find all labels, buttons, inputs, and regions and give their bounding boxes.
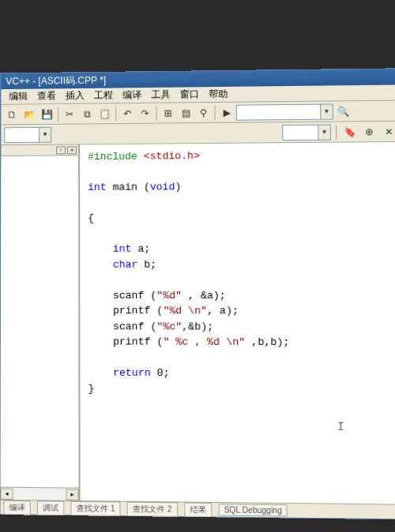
bookmark-clear-icon[interactable]: ✕: [381, 123, 395, 139]
bookmark-next-icon[interactable]: ⊕: [361, 124, 378, 140]
workspace-pane: ▫ × ◂ ▸: [1, 144, 81, 500]
separator: [115, 107, 116, 121]
scroll-left-icon[interactable]: ◂: [1, 488, 13, 499]
menu-build[interactable]: 编译: [118, 87, 146, 103]
menu-insert[interactable]: 插入: [61, 88, 89, 104]
code-return: return: [113, 367, 151, 379]
tab-find1[interactable]: 查找文件 1: [70, 500, 120, 515]
menu-tools[interactable]: 工具: [146, 87, 175, 103]
indent: [88, 320, 113, 332]
run-icon[interactable]: ▶: [218, 104, 234, 120]
code-var-a: a;: [131, 243, 150, 255]
ide-window: VC++ - [ASCII码.CPP *] 编辑 查看 插入 工程 编译 工具 …: [0, 68, 395, 519]
pane-hscroll[interactable]: ◂ ▸: [1, 487, 79, 500]
code-scanf2-pre: scanf (: [113, 320, 156, 332]
window-list-icon[interactable]: ▤: [178, 105, 194, 121]
indent: [88, 367, 114, 379]
pane-close-icon[interactable]: ×: [67, 146, 77, 154]
cut-icon[interactable]: ✂: [62, 106, 77, 122]
separator: [58, 107, 58, 121]
indent: [88, 305, 113, 317]
code-scanf1-post: , &a);: [182, 289, 226, 301]
members-combo[interactable]: ▼: [282, 124, 331, 140]
tab-results[interactable]: 结果: [184, 502, 212, 517]
menu-view[interactable]: 查看: [32, 88, 61, 104]
code-printf2-str: " %c , %d \n": [163, 336, 245, 348]
save-icon[interactable]: 💾: [39, 107, 55, 122]
menu-project[interactable]: 工程: [89, 87, 118, 103]
text-caret-icon: I: [337, 419, 338, 430]
window-title: VC++ - [ASCII码.CPP *]: [6, 75, 106, 87]
tab-build[interactable]: 编译: [4, 500, 31, 515]
code-editor[interactable]: #include <stdio.h> int main (void) { int…: [80, 142, 395, 504]
undo-icon[interactable]: ↶: [119, 106, 135, 122]
code-printf1-pre: printf (: [113, 305, 163, 317]
code-void: void: [150, 181, 175, 193]
toolbar-secondary: ▼ ▼ 🔖 ⊕ ✕: [1, 122, 395, 145]
workspace-icon[interactable]: ⊞: [160, 105, 176, 121]
scroll-track[interactable]: [13, 488, 66, 500]
code-printf1-post: , a);: [207, 305, 239, 317]
code-scanf1-pre: scanf (: [113, 289, 156, 301]
find-icon[interactable]: ⚲: [195, 105, 211, 121]
paste-icon[interactable]: 📋: [96, 106, 112, 122]
code-main: main (: [107, 181, 150, 193]
spacer: [55, 133, 279, 134]
code-include-hdr: <stdio.h>: [144, 150, 200, 163]
code-brace-close: }: [88, 382, 95, 394]
separator: [336, 125, 337, 139]
code-return-val: 0;: [151, 367, 170, 379]
pane-body[interactable]: [1, 155, 79, 487]
scope-combo[interactable]: ▼: [4, 126, 51, 142]
indent: [88, 258, 113, 270]
indent: [88, 335, 113, 347]
code-scanf1-str: "%d": [156, 289, 182, 301]
code-int: int: [88, 182, 107, 193]
scroll-right-icon[interactable]: ▸: [66, 489, 78, 500]
code-brace-open: {: [88, 212, 94, 224]
binoculars-icon[interactable]: 🔍: [335, 103, 352, 119]
chevron-down-icon[interactable]: ▼: [318, 125, 330, 139]
find-combo[interactable]: ▼: [236, 103, 333, 120]
code-printf2-post: ,b,b);: [245, 336, 289, 348]
indent: [88, 289, 113, 301]
code-int2: int: [113, 243, 132, 255]
tab-sql[interactable]: SQL Debugging: [218, 504, 288, 516]
code-main-close: ): [175, 181, 181, 193]
code-printf1-str: "%d \n": [163, 305, 207, 317]
code-printf2-pre: printf (: [113, 335, 163, 347]
code-scanf2-post: ,&b);: [182, 320, 213, 332]
chevron-down-icon[interactable]: ▼: [320, 104, 333, 118]
pane-header: ▫ ×: [1, 144, 78, 156]
tab-find2[interactable]: 查找文件 2: [127, 501, 178, 516]
code-scanf2-str: "%c": [156, 320, 182, 332]
new-icon[interactable]: 🗋: [4, 107, 20, 122]
menu-window[interactable]: 窗口: [175, 86, 205, 103]
open-icon[interactable]: 📂: [21, 107, 37, 122]
code-var-b: b;: [137, 258, 156, 270]
redo-icon[interactable]: ↷: [137, 105, 152, 121]
menu-edit[interactable]: 编辑: [4, 88, 32, 105]
pane-pin-icon[interactable]: ▫: [56, 146, 66, 154]
bookmark-icon[interactable]: 🔖: [341, 124, 358, 140]
code-char: char: [113, 258, 138, 270]
menu-help[interactable]: 帮助: [204, 86, 233, 103]
client-area: ▫ × ◂ ▸ #include <stdio.h> int main (voi…: [1, 142, 395, 504]
tab-debug[interactable]: 调试: [37, 500, 64, 515]
code-include-kw: #include: [88, 151, 137, 163]
chevron-down-icon[interactable]: ▼: [39, 127, 51, 141]
indent: [88, 243, 113, 255]
copy-icon[interactable]: ⧉: [79, 106, 95, 122]
separator: [156, 106, 157, 120]
separator: [214, 105, 215, 119]
